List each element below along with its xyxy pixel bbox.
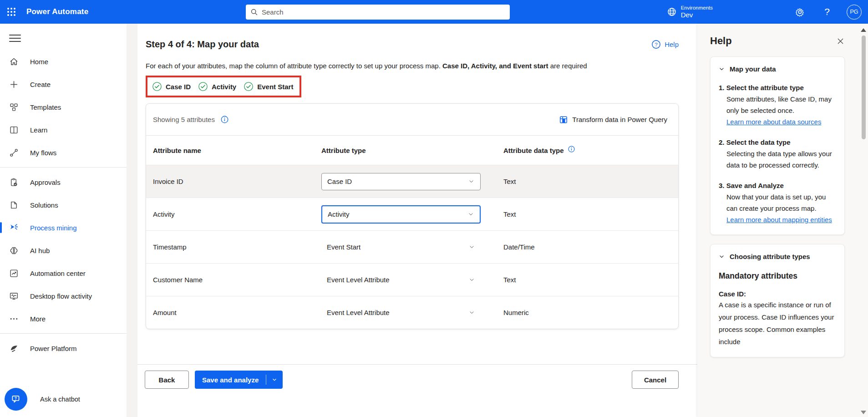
- sidebar-item-label: Templates: [30, 103, 61, 111]
- back-button[interactable]: Back: [145, 371, 189, 389]
- help-question-icon[interactable]: ?: [819, 4, 835, 20]
- ask-chatbot-button[interactable]: ? Ask a chatbot: [5, 388, 80, 411]
- app-launcher-waffle-icon[interactable]: [0, 0, 23, 24]
- attribute-type-dropdown[interactable]: Activity: [321, 205, 481, 224]
- learn-more-data-sources-link[interactable]: Learn more about data sources: [726, 118, 821, 126]
- dropdown-value: Event Level Attribute: [327, 309, 390, 316]
- svg-text:?: ?: [655, 42, 657, 47]
- help-link[interactable]: ? Help: [651, 40, 679, 49]
- scrollbar-thumb[interactable]: [862, 36, 866, 139]
- sidebar-item-label: Process mining: [30, 224, 77, 232]
- cancel-button[interactable]: Cancel: [632, 371, 679, 389]
- attribute-name: Timestamp: [153, 243, 321, 251]
- scroll-down-arrow[interactable]: [861, 411, 866, 414]
- sidebar-item-learn[interactable]: Learn: [0, 118, 127, 141]
- scroll-up-arrow[interactable]: [861, 28, 866, 32]
- sidebar-item-create[interactable]: Create: [0, 73, 127, 96]
- attribute-data-type: Date/Time: [503, 243, 678, 251]
- attribute-data-type: Text: [503, 276, 678, 284]
- attribute-data-type: Numeric: [503, 309, 678, 316]
- sidebar-item-label: Automation center: [30, 270, 86, 277]
- gear-icon: [795, 7, 805, 17]
- environments-label: Environments: [681, 5, 713, 11]
- badge-label: Activity: [212, 83, 236, 91]
- dropdown-value: Activity: [328, 210, 350, 218]
- help-step-body: Selecting the data type allows your data…: [726, 150, 832, 169]
- hamburger-menu-icon[interactable]: [9, 35, 21, 42]
- attribute-type-dropdown[interactable]: Event Start: [321, 243, 481, 251]
- attribute-name: Invoice ID: [153, 178, 321, 185]
- help-step-3: 3. Save and Analyze Now that your data i…: [719, 180, 835, 225]
- help-card-choosing-attribute-types: Choosing attribute types Mandatory attri…: [710, 244, 845, 357]
- help-step-1: 1. Select the attribute type Some attrib…: [719, 82, 835, 127]
- info-icon[interactable]: [568, 145, 575, 153]
- environment-name: Dev: [681, 11, 713, 19]
- wizard-footer: Back Save and analyze Cancel: [137, 364, 697, 417]
- close-icon[interactable]: [834, 35, 847, 47]
- home-icon: [9, 57, 19, 66]
- attribute-name: Amount: [153, 309, 321, 316]
- attribute-type-dropdown[interactable]: Case ID: [321, 173, 481, 190]
- table-row-invoice-id: Invoice ID Case ID Text: [146, 165, 678, 198]
- flow-icon: [9, 148, 19, 158]
- settings-gear-icon[interactable]: [792, 4, 807, 20]
- dropdown-value: Event Start: [327, 243, 360, 251]
- sidebar-item-more[interactable]: More: [0, 307, 127, 330]
- badge-label: Case ID: [166, 83, 191, 91]
- save-options-chevron[interactable]: [266, 371, 283, 389]
- solutions-icon: [9, 200, 19, 210]
- sidebar-item-solutions[interactable]: Solutions: [0, 193, 127, 216]
- sidebar-item-approvals[interactable]: Approvals: [0, 171, 127, 193]
- sidebar-item-automation-center[interactable]: Automation center: [0, 262, 127, 285]
- sidebar-item-desktop-flow-activity[interactable]: Desktop flow activity: [0, 285, 127, 307]
- help-step-body: Now that your data is set up, you can cr…: [726, 193, 826, 212]
- sidebar-item-label: Desktop flow activity: [30, 292, 92, 300]
- help-section-toggle[interactable]: Map your data: [719, 65, 835, 73]
- search-icon: [250, 8, 258, 16]
- sidebar-divider: [0, 333, 127, 334]
- attribute-data-type: Text: [503, 178, 678, 185]
- attribute-name: Activity: [153, 210, 321, 218]
- sidebar-item-my-flows[interactable]: My flows: [0, 141, 127, 164]
- environment-picker[interactable]: Environments Dev: [667, 5, 713, 19]
- approvals-clipboard-icon: [9, 178, 19, 187]
- check-circle-icon: [198, 81, 208, 92]
- required-badge-activity: Activity: [198, 81, 236, 92]
- sidebar-item-home[interactable]: Home: [0, 50, 127, 73]
- sidebar-divider: [0, 167, 127, 168]
- step-description: For each of your attributes, map the col…: [146, 62, 679, 70]
- chevron-down-icon: [719, 254, 725, 259]
- chatbot-bubble-icon: ?: [5, 388, 27, 411]
- help-panel-scrollbar[interactable]: [860, 26, 867, 417]
- check-circle-icon: [244, 81, 254, 92]
- learn-more-mapping-entities-link[interactable]: Learn more about mapping entities: [726, 216, 832, 224]
- help-step-2: 2. Select the data type Selecting the da…: [719, 137, 835, 171]
- required-badge-case-id: Case ID: [152, 81, 191, 92]
- attribute-type-dropdown[interactable]: Event Level Attribute: [321, 276, 481, 284]
- sidebar-item-label: Power Platform: [30, 345, 77, 352]
- case-id-description: A case is a specific instance or run of …: [719, 299, 835, 348]
- check-circle-icon: [152, 81, 162, 92]
- transform-data-power-query-button[interactable]: Transform data in Power Query: [559, 115, 667, 124]
- save-and-analyze-split-button[interactable]: Save and analyze: [195, 371, 283, 389]
- sidebar-item-power-platform[interactable]: Power Platform: [0, 337, 127, 360]
- info-icon[interactable]: [220, 115, 229, 124]
- chevron-down-icon: [468, 309, 475, 316]
- ai-brain-icon: [9, 246, 19, 255]
- help-section-title: Map your data: [730, 65, 776, 73]
- sidebar-item-templates[interactable]: Templates: [0, 96, 127, 118]
- user-avatar[interactable]: PG: [847, 5, 862, 20]
- left-navigation: Home Create Templates Learn: [0, 24, 127, 417]
- search-input[interactable]: [262, 8, 505, 16]
- sidebar-item-ai-hub[interactable]: AI hub: [0, 239, 127, 262]
- search-box[interactable]: [246, 5, 510, 20]
- column-header-attribute-name: Attribute name: [153, 147, 321, 154]
- sidebar-gutter: [127, 24, 137, 417]
- attribute-type-dropdown[interactable]: Event Level Attribute: [321, 309, 481, 316]
- sidebar-item-process-mining[interactable]: Process mining: [0, 216, 127, 239]
- help-panel: Help Map your data 1. Select the attribu…: [697, 24, 868, 417]
- dropdown-value: Case ID: [327, 178, 352, 185]
- help-section-toggle[interactable]: Choosing attribute types: [719, 253, 835, 260]
- save-and-analyze-button[interactable]: Save and analyze: [195, 371, 266, 389]
- help-link-label: Help: [665, 41, 679, 48]
